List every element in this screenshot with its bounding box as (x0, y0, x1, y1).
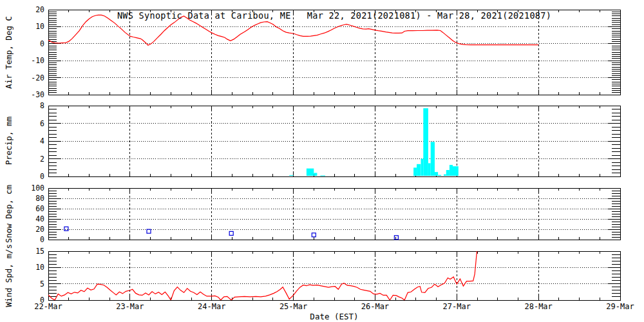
y-axis-title-snow-depth: Snow Dep, cm (3, 182, 14, 246)
panel-snow-depth: 020406080100 (31, 184, 620, 244)
y-axis-title-precip: Precip, mm (3, 106, 14, 176)
precipitation-bar (320, 175, 325, 176)
precipitation-bar (413, 167, 417, 176)
y-tick-label: 20 (35, 225, 44, 234)
y-tick-label: 5 (40, 279, 44, 289)
precipitation-bar (444, 175, 446, 176)
precipitation-bar (450, 165, 453, 176)
snow-depth-marker (394, 236, 398, 240)
precipitation-bar (431, 142, 435, 176)
x-tick-label: 29-Mar (606, 302, 634, 311)
snow-depth-marker (147, 229, 151, 233)
y-tick-label: 4 (40, 137, 44, 146)
precipitation-bar (446, 170, 450, 176)
x-tick-label: 25-Mar (279, 302, 307, 311)
panel-wind-speed: 051015 (35, 247, 620, 305)
y-tick-label: -20 (31, 73, 44, 82)
precipitation-bar (289, 175, 293, 176)
wind-speed-line (48, 248, 477, 300)
precipitation-bar (435, 172, 438, 176)
y-tick-label: 0 (40, 39, 44, 48)
y-tick-label: 60 (35, 204, 44, 213)
panel-box (48, 10, 620, 95)
panel-box (48, 106, 620, 176)
panel-box (48, 188, 620, 240)
panel-box (48, 251, 620, 300)
x-tick-label: 24-Mar (198, 302, 225, 311)
y-tick-label: -30 (31, 90, 44, 99)
y-tick-label: 15 (35, 247, 44, 256)
y-tick-label: 100 (31, 184, 44, 193)
y-tick-label: 80 (35, 194, 44, 203)
precipitation-bar (421, 159, 424, 176)
y-axis-title-air-temp: Air Temp, Deg C (3, 14, 14, 91)
precipitation-bar (307, 169, 314, 176)
y-tick-label: 8 (40, 101, 44, 110)
precipitation-bar (423, 108, 428, 176)
precipitation-bar (438, 175, 441, 176)
synoptic-chart-canvas: -30-20-10010200246802040608010005101522-… (0, 0, 644, 322)
y-tick-label: 2 (40, 155, 44, 164)
x-tick-label: 28-Mar (524, 302, 552, 311)
x-tick-label: 26-Mar (361, 302, 389, 311)
precipitation-bar (428, 163, 431, 176)
precipitation-bar (453, 166, 459, 176)
y-axis-title-wind-speed: Wind Spd, m/s (3, 243, 14, 308)
y-tick-label: 0 (40, 235, 44, 244)
y-tick-label: 10 (35, 263, 44, 272)
chart-title: NWS Synoptic Data at Caribou, ME Mar 22,… (48, 10, 620, 21)
x-tick-label: 27-Mar (443, 302, 471, 311)
synoptic-plot-window: { "title": "NWS Synoptic Data at Caribou… (0, 0, 644, 322)
y-axis-title-text: Snow Dep, cm (4, 185, 14, 243)
y-axis-title-text: Precip, mm (4, 117, 14, 165)
precipitation-bar (417, 164, 421, 176)
y-tick-label: 0 (40, 172, 44, 181)
x-tick-label: 23-Mar (116, 302, 144, 311)
precipitation-bar (314, 173, 317, 176)
y-tick-label: -10 (31, 56, 44, 65)
x-axis-title: Date (EST) (48, 312, 620, 321)
y-axis-title-text: Air Temp, Deg C (4, 16, 14, 89)
panel-precipitation: 02468 (40, 101, 620, 181)
y-tick-label: 40 (35, 214, 44, 223)
y-axis-title-text: Wind Spd, m/s (4, 244, 14, 307)
y-tick-label: 20 (35, 5, 44, 14)
x-tick-label: 22-Mar (34, 302, 62, 311)
y-tick-label: 10 (35, 22, 44, 31)
y-tick-label: 6 (40, 119, 44, 128)
snow-depth-marker (229, 231, 233, 235)
snow-depth-marker (312, 233, 316, 237)
snow-depth-marker (64, 227, 68, 231)
